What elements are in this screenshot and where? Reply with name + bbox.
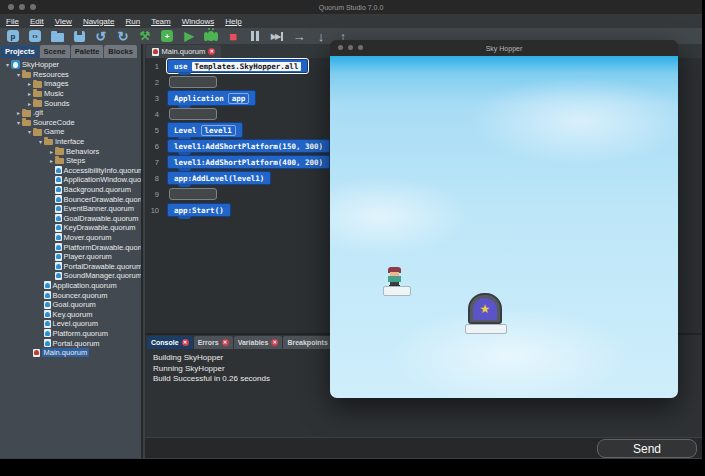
code-block[interactable]: useTemplates.SkyHopper.all: [167, 59, 308, 73]
tree-item-main-quorum[interactable]: Main.quorum: [0, 348, 141, 358]
step-over-icon[interactable]: →: [290, 28, 308, 44]
game-zoom-button[interactable]: [358, 45, 363, 50]
close-tab-icon[interactable]: ✕: [208, 48, 215, 55]
continue-to-end-icon[interactable]: ▶▶: [268, 28, 286, 44]
menu-team[interactable]: Team: [151, 17, 171, 26]
chevron-right-icon[interactable]: ▸: [26, 90, 33, 97]
tree-item-key-quorum[interactable]: Key.quorum: [0, 309, 141, 319]
tree-item-images[interactable]: ▸Images: [0, 79, 141, 89]
code-block[interactable]: level1:AddShortPlatform(150, 300): [167, 139, 330, 153]
tree-item-platform-quorum[interactable]: Platform.quorum: [0, 329, 141, 339]
tree-item-goaldrawable-quorum[interactable]: GoalDrawable.quorum: [0, 214, 141, 224]
tree-item-application-quorum[interactable]: Application.quorum: [0, 281, 141, 291]
chevron-down-icon[interactable]: ▾: [15, 119, 22, 126]
tab-blocks[interactable]: Blocks: [104, 45, 137, 58]
tree-item-keydrawable-quorum[interactable]: KeyDrawable.quorum: [0, 223, 141, 233]
block-subfield[interactable]: app: [228, 93, 250, 104]
new-class-file-icon[interactable]: ‹›: [26, 28, 44, 44]
tree-item-portal-quorum[interactable]: Portal.quorum: [0, 338, 141, 348]
chevron-down-icon[interactable]: ▾: [26, 128, 33, 135]
tree-item--git[interactable]: ▸.git: [0, 108, 141, 118]
pause-icon[interactable]: [246, 28, 264, 44]
block-field[interactable]: Templates.SkyHopper.all: [192, 62, 302, 71]
redo-icon[interactable]: ↻: [114, 28, 132, 44]
chevron-down-icon[interactable]: ▾: [15, 71, 22, 78]
tree-item-soundmanager-quorum[interactable]: SoundManager.quorum: [0, 271, 141, 281]
new-quorum-file-icon[interactable]: p: [4, 28, 22, 44]
tree-item-mover-quorum[interactable]: Mover.quorum: [0, 233, 141, 243]
tree-item-accessibilityinfo-quorum[interactable]: AccessibilityInfo.quorum: [0, 166, 141, 176]
step-into-icon[interactable]: ↓: [312, 28, 330, 44]
menu-file[interactable]: File: [6, 17, 19, 26]
tree-item-portaldrawable-quorum[interactable]: PortalDrawable.quorum: [0, 261, 141, 271]
tree-item-resources[interactable]: ▾Resources: [0, 70, 141, 80]
tree-item-goal-quorum[interactable]: Goal.quorum: [0, 300, 141, 310]
undo-icon[interactable]: ↺: [92, 28, 110, 44]
tree-item-sourcecode[interactable]: ▾SourceCode: [0, 118, 141, 128]
menu-edit[interactable]: Edit: [30, 17, 44, 26]
game-minimize-button[interactable]: [348, 45, 353, 50]
tree-item-steps[interactable]: ▸Steps: [0, 156, 141, 166]
menu-help[interactable]: Help: [225, 17, 241, 26]
tree-item-player-quorum[interactable]: Player.quorum: [0, 252, 141, 262]
tree-item-interface[interactable]: ▾Interface: [0, 137, 141, 147]
tree-item-game[interactable]: ▾Game: [0, 127, 141, 137]
game-titlebar[interactable]: Sky Hopper: [330, 40, 678, 56]
code-block[interactable]: Applicationapp: [167, 90, 256, 106]
menu-view[interactable]: View: [55, 17, 72, 26]
tree-item-bouncer-quorum[interactable]: Bouncer.quorum: [0, 290, 141, 300]
chevron-right-icon[interactable]: ▸: [15, 109, 22, 116]
console-tab-console[interactable]: Console✕: [147, 336, 193, 349]
clean-build-icon[interactable]: +: [158, 28, 176, 44]
tab-palette[interactable]: Palette: [71, 45, 104, 58]
console-tab-errors[interactable]: Errors✕: [194, 336, 233, 349]
tab-scene[interactable]: Scene: [40, 45, 70, 58]
chevron-right-icon[interactable]: ▸: [26, 100, 33, 107]
chevron-right-icon[interactable]: ▸: [26, 80, 33, 87]
maximize-window-button[interactable]: [30, 4, 36, 10]
tree-item-music[interactable]: ▸Music: [0, 89, 141, 99]
block-subfield[interactable]: level1: [201, 125, 236, 136]
run-icon[interactable]: ▶: [180, 28, 198, 44]
close-window-button[interactable]: [8, 4, 14, 10]
tree-item-applicationwindow-quorum[interactable]: ApplicationWindow.quorum: [0, 175, 141, 185]
tree-item-bouncerdrawable-quorum[interactable]: BouncerDrawable.quorum: [0, 194, 141, 204]
game-close-button[interactable]: [338, 45, 343, 50]
tree-item-skyhopper[interactable]: ▾SkyHopper: [0, 60, 141, 70]
code-block[interactable]: app:Start(): [167, 203, 231, 217]
send-button[interactable]: Send: [597, 439, 697, 458]
save-icon[interactable]: [70, 28, 88, 44]
open-project-icon[interactable]: [48, 28, 66, 44]
menu-run[interactable]: Run: [125, 17, 140, 26]
menu-windows[interactable]: Windows: [182, 17, 214, 26]
code-block[interactable]: level1:AddShortPlatform(400, 200): [167, 155, 330, 169]
minimize-window-button[interactable]: [19, 4, 25, 10]
left-panel-tabs: ProjectsScenePaletteBlocks: [0, 44, 141, 58]
menu-navigate[interactable]: Navigate: [83, 17, 115, 26]
empty-block[interactable]: [169, 76, 217, 88]
tree-item-eventbanner-quorum[interactable]: EventBanner.quorum: [0, 204, 141, 214]
code-block[interactable]: app:AddLevel(level1): [167, 171, 271, 185]
build-icon[interactable]: ⚒: [136, 28, 154, 44]
console-tab-variables[interactable]: Variables✕: [234, 336, 283, 349]
tree-item-level-quorum[interactable]: Level.quorum: [0, 319, 141, 329]
close-tab-icon[interactable]: ✕: [271, 339, 278, 346]
tree-item-behaviors[interactable]: ▸Behaviors: [0, 146, 141, 156]
empty-block[interactable]: [169, 188, 217, 200]
tab-projects[interactable]: Projects: [1, 45, 39, 58]
tree-item-sounds[interactable]: ▸Sounds: [0, 98, 141, 108]
close-tab-icon[interactable]: ✕: [182, 339, 189, 346]
debug-icon[interactable]: [202, 28, 220, 44]
chevron-right-icon[interactable]: ▸: [48, 157, 55, 164]
tree-item-platformdrawable-quorum[interactable]: PlatformDrawable.quorum: [0, 242, 141, 252]
chevron-right-icon[interactable]: ▸: [48, 148, 55, 155]
quorum-file-icon: [55, 214, 62, 222]
chevron-down-icon[interactable]: ▾: [4, 61, 11, 68]
chevron-down-icon[interactable]: ▾: [37, 138, 44, 145]
stop-icon[interactable]: ■: [224, 28, 242, 44]
tree-item-background-quorum[interactable]: Background.quorum: [0, 185, 141, 195]
empty-block[interactable]: [169, 108, 217, 120]
editor-tab-main-quorum[interactable]: Main.quorum ✕: [146, 45, 221, 58]
close-tab-icon[interactable]: ✕: [222, 339, 229, 346]
code-block[interactable]: Levellevel1: [167, 122, 243, 138]
